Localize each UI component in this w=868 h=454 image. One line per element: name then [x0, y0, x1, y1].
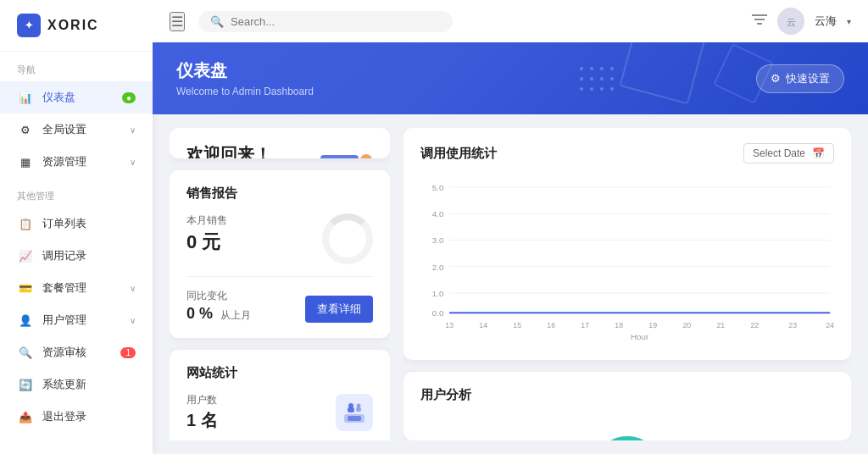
user-arrow: ∨ [130, 316, 136, 325]
svg-text:2.0: 2.0 [432, 263, 444, 272]
cards-area: 欢迎回来！ Admin Dashboard 阅读手册 → 销售报告 本月销售 0… [153, 114, 868, 454]
review-badge: 1 [120, 347, 136, 358]
svg-text:4.0: 4.0 [432, 209, 444, 219]
orders-icon: 📋 [17, 215, 34, 232]
chart-header: 调用使用统计 Select Date 📅 [420, 143, 834, 163]
filter-icon-button[interactable] [752, 13, 767, 30]
sidebar-item-label: 资源管理 [42, 154, 86, 169]
sidebar-item-orders[interactable]: 📋 订单列表 [0, 208, 153, 240]
date-select[interactable]: Select Date 📅 [743, 143, 834, 163]
logo-area: ✦ XORIC [0, 0, 153, 52]
svg-point-23 [348, 403, 353, 408]
user-value: 1 名 [186, 409, 218, 432]
page-content: 仪表盘 Welcome to Admin Dashboard ⚙ 快速设置 [153, 42, 868, 454]
page-header: 仪表盘 Welcome to Admin Dashboard ⚙ 快速设置 [153, 42, 868, 114]
svg-text:23: 23 [788, 321, 797, 329]
resource-arrow: ∨ [130, 158, 136, 167]
collapse-button[interactable]: ☰ [170, 12, 185, 31]
dashboard-icon: 📊 [17, 89, 34, 106]
logo-text: XORIC [47, 18, 99, 33]
monthly-label: 本月销售 [186, 213, 322, 228]
welcome-illustration [305, 136, 381, 158]
calendar-icon: 📅 [812, 147, 825, 159]
sidebar-item-resource-review[interactable]: 🔍 资源审核 1 [0, 336, 153, 368]
packages-arrow: ∨ [130, 284, 136, 293]
logo-icon: ✦ [17, 14, 41, 37]
search-input[interactable] [231, 15, 441, 28]
page-title: 仪表盘 [176, 59, 844, 82]
user-analysis-title: 用户分析 [420, 387, 834, 403]
svg-text:16: 16 [547, 321, 555, 329]
sidebar-item-global-settings[interactable]: ⚙ 全局设置 ∨ [0, 114, 153, 146]
main-area: ☰ 🔍 云 云海 ▾ [153, 0, 868, 454]
sidebar-item-packages[interactable]: 💳 套餐管理 ∨ [0, 272, 153, 304]
quick-settings-button[interactable]: ⚙ 快速设置 [756, 64, 844, 93]
yoy-info: 同比变化 0 % 从上月 [186, 289, 251, 323]
invoke-icon: 📈 [17, 247, 34, 264]
stat-row: 用户数 1 名 [186, 393, 373, 432]
sales-card: 销售报告 本月销售 0 元 同比变化 0 % [170, 170, 390, 338]
sales-row: 本月销售 0 元 [186, 213, 373, 264]
sidebar-item-label: 系统更新 [42, 377, 86, 392]
svg-text:15: 15 [513, 321, 521, 329]
update-icon: 🔄 [17, 376, 34, 393]
yoy-row: 同比变化 0 % 从上月 查看详细 [186, 289, 373, 323]
user-stat: 用户数 1 名 [186, 393, 218, 432]
user-dropdown-arrow[interactable]: ▾ [847, 17, 851, 26]
svg-text:13: 13 [445, 321, 453, 329]
svg-point-24 [357, 404, 361, 408]
chart-svg-wrapper: 5.0 4.0 3.0 2.0 1.0 0.0 [420, 172, 834, 345]
sidebar-item-invoke-records[interactable]: 📈 调用记录 [0, 240, 153, 272]
svg-text:19: 19 [648, 321, 657, 329]
user-stat-icon [336, 394, 373, 431]
svg-text:云: 云 [787, 17, 796, 27]
sidebar-item-label: 退出登录 [42, 409, 86, 424]
svg-text:20: 20 [682, 321, 691, 329]
sidebar-item-label: 调用记录 [42, 248, 86, 263]
dot-pattern [580, 42, 614, 114]
sidebar-item-label: 资源审核 [42, 345, 86, 360]
sidebar-item-label: 套餐管理 [42, 280, 86, 296]
topbar-right: 云 云海 ▾ [752, 8, 851, 35]
sales-info: 本月销售 0 元 [186, 213, 322, 255]
resource-icon: ▦ [17, 153, 34, 170]
svg-text:18: 18 [615, 321, 623, 329]
sidebar-item-dashboard[interactable]: 📊 仪表盘 ● [0, 81, 153, 114]
nav-section-label: 导航 [0, 52, 153, 81]
sales-divider [186, 276, 373, 277]
welcome-card: 欢迎回来！ Admin Dashboard 阅读手册 → [170, 128, 390, 158]
user-analysis-card: 用户分析 [403, 372, 851, 440]
sidebar-item-label: 全局设置 [42, 122, 86, 137]
website-card: 网站统计 用户数 1 名 [170, 350, 390, 440]
settings-arrow: ∨ [130, 125, 136, 135]
user-icon: 👤 [17, 312, 34, 329]
dashboard-badge: ● [122, 92, 136, 103]
logout-icon: 📤 [17, 408, 34, 425]
svg-text:1.0: 1.0 [432, 289, 444, 298]
packages-icon: 💳 [17, 280, 34, 296]
sales-donut-chart [322, 213, 373, 264]
yoy-value: 0 % 从上月 [186, 305, 251, 323]
sidebar-item-label: 仪表盘 [42, 90, 75, 105]
sidebar-item-logout[interactable]: 📤 退出登录 [0, 401, 153, 433]
sidebar-item-resource-mgmt[interactable]: ▦ 资源管理 ∨ [0, 146, 153, 178]
sidebar-item-label: 用户管理 [42, 313, 86, 328]
settings-icon: ⚙ [17, 121, 34, 138]
page-subtitle: Welcome to Admin Dashboard [176, 86, 844, 97]
svg-text:3.0: 3.0 [432, 235, 444, 245]
gear-icon: ⚙ [771, 72, 781, 85]
sidebar-item-system-update[interactable]: 🔄 系统更新 [0, 368, 153, 401]
search-icon: 🔍 [210, 15, 224, 28]
view-detail-button[interactable]: 查看详细 [305, 296, 373, 323]
sidebar-item-user-mgmt[interactable]: 👤 用户管理 ∨ [0, 304, 153, 336]
svg-rect-22 [356, 407, 361, 412]
monthly-value: 0 元 [186, 230, 322, 255]
right-panel: 调用使用统计 Select Date 📅 5.0 4.0 3.0 2.0 [403, 128, 851, 440]
avatar: 云 [777, 8, 804, 35]
yoy-label: 同比变化 [186, 289, 251, 303]
chart-card: 调用使用统计 Select Date 📅 5.0 4.0 3.0 2.0 [403, 128, 851, 360]
svg-text:14: 14 [479, 321, 487, 329]
website-card-title: 网站统计 [186, 365, 373, 381]
svg-text:5.0: 5.0 [432, 183, 444, 192]
user-name[interactable]: 云海 [815, 14, 837, 29]
